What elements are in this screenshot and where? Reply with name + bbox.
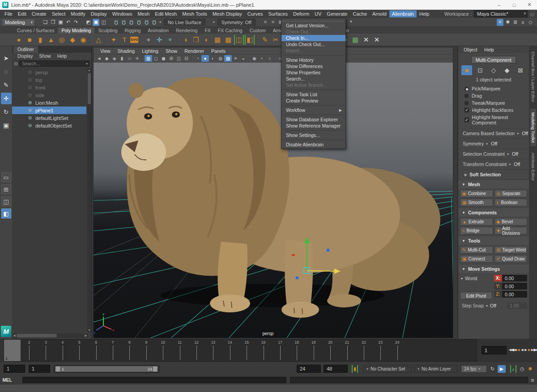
texture-view-icon[interactable]: ▨ bbox=[224, 55, 232, 62]
outliner-item-defaultobjectset[interactable]: ⊛ defaultObjectSet bbox=[12, 122, 87, 129]
components-section-header[interactable]: ▼ Components bbox=[458, 208, 529, 217]
script-editor-icon[interactable]: ≣ bbox=[529, 377, 536, 383]
character-set-dropdown[interactable]: ▾ No Character Set bbox=[363, 365, 412, 373]
shelf-tab-rendering[interactable]: Rendering bbox=[172, 27, 201, 34]
check-highlight-nearest[interactable]: ✓ Highlight Nearest Component bbox=[458, 114, 529, 126]
extrude-button[interactable]: ▲Extrude bbox=[460, 218, 493, 226]
separator[interactable] bbox=[282, 54, 345, 55]
axis-orientation-dropdown[interactable]: ▾ World bbox=[460, 275, 492, 282]
frame-cell[interactable]: 22 bbox=[355, 340, 372, 361]
separator[interactable] bbox=[282, 104, 345, 106]
camera-attributes-icon[interactable]: ◈ bbox=[111, 55, 118, 62]
outliner-item-top[interactable]: ⊙ top bbox=[12, 76, 87, 84]
frame-cell[interactable]: 6 bbox=[88, 340, 104, 361]
booleans-icon[interactable]: ◐ bbox=[202, 35, 212, 45]
field-chart-icon[interactable]: ⚬ bbox=[258, 55, 266, 62]
open-scene-icon[interactable]: ❐ bbox=[50, 19, 56, 26]
current-frame-field[interactable]: 1 bbox=[482, 346, 507, 354]
frame-cell[interactable]: 21 bbox=[339, 340, 355, 361]
vp-menu-show[interactable]: Show bbox=[162, 48, 180, 54]
outliner-item-persp[interactable]: ⊙ persp bbox=[12, 68, 87, 76]
menu-windows[interactable]: Windows bbox=[110, 10, 135, 17]
shelf-tab-animation[interactable]: Animation bbox=[144, 27, 172, 34]
ab-show-history[interactable]: Show History bbox=[281, 57, 345, 63]
ab-import[interactable]: Import... bbox=[281, 47, 345, 54]
bookmark-icon[interactable]: ▮ bbox=[118, 55, 126, 62]
snap-point-icon[interactable]: Ω bbox=[128, 19, 135, 26]
sculpt-icon[interactable]: ✎ bbox=[260, 35, 270, 45]
live-surface-field[interactable]: No Live Surface bbox=[164, 19, 205, 26]
check-highlight-backfaces[interactable]: ✓ Highlight Backfaces bbox=[458, 107, 529, 114]
snap-curve-icon[interactable]: Ω bbox=[120, 19, 127, 26]
ab-check-out[interactable]: Check Out... bbox=[281, 29, 345, 35]
step-snap-field[interactable]: 1.00 bbox=[507, 303, 527, 309]
toolbar-overflow-caret[interactable]: ▾ bbox=[350, 19, 352, 24]
tool-settings-toggle-icon[interactable]: ◇ bbox=[527, 19, 534, 26]
range-end-handle[interactable] bbox=[153, 366, 157, 371]
vp-menu-shading[interactable]: Shading bbox=[115, 48, 138, 54]
frame-cell[interactable]: 9 bbox=[138, 340, 154, 361]
menu-mesh-tools[interactable]: Mesh Tools bbox=[179, 10, 209, 17]
tab-attribute-editor[interactable]: Attribute Editor bbox=[530, 149, 536, 184]
close-button[interactable]: ✕ bbox=[522, 0, 537, 9]
menu-modify[interactable]: Modify bbox=[68, 10, 88, 17]
animation-start-field[interactable]: 1 bbox=[4, 365, 25, 373]
ab-show-reference-manager[interactable]: Show Reference Manager bbox=[281, 123, 345, 129]
menu-generate[interactable]: Generate bbox=[324, 10, 350, 17]
ab-get-latest-version[interactable]: Get Latest Version... bbox=[281, 22, 345, 29]
frame-cell[interactable]: 4 bbox=[54, 340, 71, 361]
menu-deform[interactable]: Deform bbox=[290, 10, 312, 17]
ab-show-settings[interactable]: Show Settings... bbox=[281, 132, 345, 138]
outliner-item-lion-mesh[interactable]: ⊕ Lion:Mesh bbox=[12, 99, 87, 107]
symmetry-row[interactable]: Symmetry ▾ Off bbox=[458, 138, 529, 149]
frame-cell[interactable]: 13 bbox=[205, 340, 222, 361]
frame-cell[interactable]: 23 bbox=[372, 340, 389, 361]
outliner-menu-display[interactable]: Display bbox=[15, 53, 35, 60]
lighting-icon[interactable]: ☀ bbox=[232, 55, 239, 62]
ab-show-task-list[interactable]: Show Task List bbox=[281, 91, 345, 98]
vertex-mode-icon[interactable]: ⊡ bbox=[475, 65, 486, 75]
step-forward-key-button[interactable]: ▶ bbox=[528, 346, 531, 354]
animation-preferences-icon[interactable]: ✱ bbox=[528, 365, 532, 373]
frame-cell[interactable]: 19 bbox=[305, 340, 322, 361]
move-settings-section-header[interactable]: ▼ Move Settings bbox=[458, 264, 529, 273]
smooth-button[interactable]: ▦Smooth bbox=[460, 199, 493, 206]
cut-tool2-icon[interactable]: ✕ bbox=[372, 35, 382, 45]
tab-modeling-toolkit[interactable]: Modeling Toolkit bbox=[530, 109, 536, 146]
combine-button[interactable]: ◉Combine bbox=[460, 190, 493, 197]
separate-button[interactable]: ◎Separate bbox=[494, 190, 528, 197]
mirror-icon[interactable]: ◫ bbox=[234, 35, 244, 45]
current-frame-marker[interactable]: 1 bbox=[4, 340, 21, 361]
playback-start-field[interactable]: 1 bbox=[29, 365, 50, 373]
combine-icon[interactable]: ◑ bbox=[180, 35, 190, 45]
radio-tweak-marquee[interactable]: Tweak/Marquee bbox=[458, 99, 529, 107]
quad-draw-button[interactable]: ✐Quad Draw bbox=[494, 255, 528, 263]
shelf-tab-sculpting[interactable]: Sculpting bbox=[94, 27, 121, 34]
separate-icon[interactable]: ❒ bbox=[191, 35, 201, 45]
frame-cell[interactable]: 11 bbox=[171, 340, 188, 361]
frame-cell[interactable]: 8 bbox=[121, 340, 138, 361]
platonic-solid-icon[interactable]: △ bbox=[94, 35, 103, 45]
radio-pick-marquee[interactable]: Pick/Marquee bbox=[458, 85, 529, 92]
workspace-dropdown[interactable]: Maya Classic* bbox=[474, 10, 528, 17]
frame-cell[interactable]: 14 bbox=[222, 340, 238, 361]
multi-pane-icon[interactable]: ⊞ bbox=[167, 55, 175, 62]
lock-workspace-icon[interactable] bbox=[530, 13, 534, 17]
menu-mesh[interactable]: Mesh bbox=[135, 10, 152, 17]
time-slider-track[interactable]: 1 2 3 4 5 bbox=[4, 339, 477, 362]
textured-icon[interactable]: ◼ bbox=[160, 55, 167, 62]
menu-edit[interactable]: Edit bbox=[15, 10, 29, 17]
reduce-icon[interactable]: ▩ bbox=[223, 35, 233, 45]
menu-select[interactable]: Select bbox=[49, 10, 68, 17]
split-vertical-icon[interactable]: ⊟ bbox=[183, 55, 190, 62]
cached-playback-icon[interactable]: ▶ bbox=[498, 365, 506, 373]
menu-arnold[interactable]: Arnold bbox=[370, 10, 389, 17]
frame-cell[interactable]: 18 bbox=[289, 340, 305, 361]
separator[interactable] bbox=[282, 113, 345, 115]
menu-set-selector[interactable]: Modeling bbox=[2, 19, 35, 26]
menu-cache[interactable]: Cache bbox=[350, 10, 370, 17]
vp-menu-lighting[interactable]: Lighting bbox=[139, 48, 162, 54]
frame-cell[interactable]: 5 bbox=[71, 340, 88, 361]
locator-icon[interactable]: ✛ bbox=[154, 35, 164, 45]
layout-four-pane[interactable]: ⊞ bbox=[1, 184, 11, 194]
